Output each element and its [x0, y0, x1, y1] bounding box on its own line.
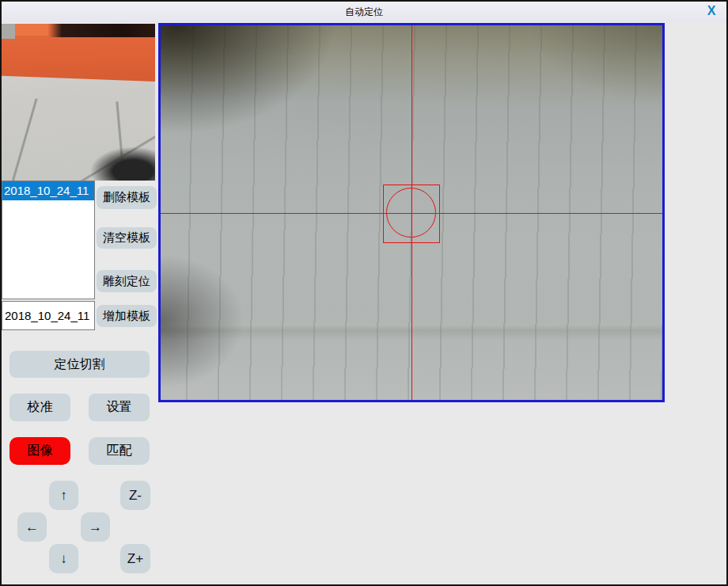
z-minus-label: Z-: [129, 488, 142, 504]
preview-tile-line: [6, 98, 37, 181]
template-name-field[interactable]: [2, 301, 95, 330]
target-circle: [386, 188, 436, 238]
image-button-active[interactable]: 图像: [9, 437, 70, 465]
template-list[interactable]: 2018_10_24_11: [2, 181, 95, 299]
match-button[interactable]: 匹配: [89, 437, 150, 465]
camera-feed-image: [161, 25, 662, 400]
preview-orange-block: [15, 24, 48, 36]
preview-dark-blob: [76, 139, 155, 181]
close-icon[interactable]: X: [703, 2, 720, 20]
settings-button[interactable]: 设置: [89, 394, 150, 421]
arrow-right-icon: →: [89, 519, 102, 535]
arrow-left-icon: ←: [25, 519, 39, 535]
engrave-position-button[interactable]: 雕刻定位: [97, 270, 157, 292]
arrow-down-icon: ↓: [60, 551, 67, 567]
add-template-button[interactable]: 增加模板: [97, 305, 157, 327]
arrow-up-icon: ↑: [60, 488, 67, 504]
position-cut-button[interactable]: 定位切割: [9, 351, 150, 378]
jog-up-button[interactable]: ↑: [49, 481, 78, 510]
page-title: 自动定位: [345, 6, 383, 19]
z-plus-label: Z+: [127, 551, 143, 567]
jog-z-plus-button[interactable]: Z+: [120, 544, 150, 573]
preview-grey-block: [2, 24, 15, 39]
clear-templates-button[interactable]: 清空模板: [97, 227, 157, 249]
jog-down-button[interactable]: ↓: [49, 544, 78, 573]
title-bar: 自动定位: [2, 2, 726, 22]
delete-template-button[interactable]: 删除模板: [97, 186, 157, 209]
template-preview-image: [2, 24, 155, 181]
list-item[interactable]: 2018_10_24_11: [2, 181, 94, 200]
jog-right-button[interactable]: →: [81, 512, 110, 542]
camera-view[interactable]: [158, 23, 665, 402]
jog-left-button[interactable]: ←: [17, 512, 47, 542]
calibrate-button[interactable]: 校准: [9, 394, 70, 421]
auto-position-dialog: 自动定位 X 2018_10_24_11 删除模板 清空模板 雕刻定位 增加模板…: [0, 0, 728, 586]
preview-dark-band: [49, 24, 155, 37]
jog-z-minus-button[interactable]: Z-: [120, 481, 150, 510]
